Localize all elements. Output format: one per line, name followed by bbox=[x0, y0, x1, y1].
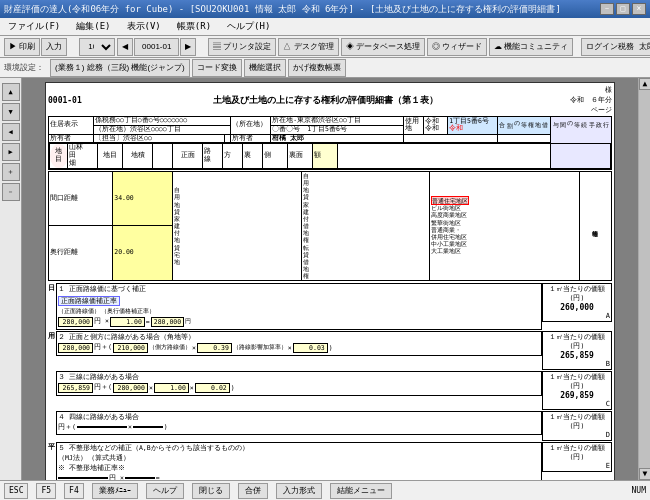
kino-menu-btn[interactable]: 結能メニュー bbox=[330, 483, 392, 499]
document-page: 0001-01 土地及び土地の上に存する権利の評価明細書（第１表） 様 令和 ６… bbox=[45, 82, 615, 480]
input-btn[interactable]: 入力 bbox=[41, 38, 67, 56]
zoom-select[interactable]: 100 bbox=[79, 38, 115, 56]
main-area: ▲ ▼ ◀ ▶ ＋ － 0001-01 土地及び土地の上に存する権利の評価明細書… bbox=[0, 78, 650, 480]
scroll-track[interactable] bbox=[639, 90, 650, 468]
section-3: ３ 三線に路線がある場合 265,859 円＋( 280,000 × 1.00 … bbox=[48, 371, 612, 410]
sb-plus[interactable]: ＋ bbox=[2, 163, 20, 181]
title-bar: 財産評価の達人(令和06年分 for Cube) - [SOU2OKU001 情… bbox=[0, 0, 650, 18]
menu-file[interactable]: ファイル(F) bbox=[4, 19, 64, 34]
help-status-btn[interactable]: ヘルプ bbox=[146, 483, 184, 499]
doc-title: 土地及び土地の上に存する権利の評価明細書（第１表） bbox=[213, 95, 438, 105]
menu-view[interactable]: 表示(V) bbox=[123, 19, 165, 34]
toolbar-main: ▶ 印刷 入力 100 ◀ ▶ ▤ プリンタ設定 △ デスク管理 ◈ データベー… bbox=[0, 36, 650, 58]
input-type-btn[interactable]: 入力形式 bbox=[276, 483, 322, 499]
close-btn[interactable]: × bbox=[632, 3, 646, 15]
scroll-up-btn[interactable]: ▲ bbox=[639, 78, 650, 90]
sb-right[interactable]: ▶ bbox=[2, 143, 20, 161]
sb-up[interactable]: ▲ bbox=[2, 83, 20, 101]
document-area[interactable]: 0001-01 土地及び土地の上に存する権利の評価明細書（第１表） 様 令和 ６… bbox=[22, 78, 638, 480]
printer-settings-btn[interactable]: ▤ プリンタ設定 bbox=[208, 38, 276, 56]
section-4: ４ 四線に路線がある場合 円＋( × ) １㎡当たりの価額(円) D bbox=[48, 411, 612, 441]
kino-btn[interactable]: 機能選択 bbox=[244, 59, 286, 77]
left-sidebar: ▲ ▼ ◀ ▶ ＋ － bbox=[0, 78, 22, 480]
merge-btn[interactable]: 合併 bbox=[238, 483, 268, 499]
title-buttons: － □ × bbox=[600, 3, 646, 15]
num-indicator: NUM bbox=[632, 486, 646, 495]
desk-btn[interactable]: △ デスク管理 bbox=[278, 38, 338, 56]
status-f4: F4 bbox=[64, 483, 84, 499]
section-1: 日 １ 正面路線価に基づく補正 正面路線価補正率 （正面路線価） （奥行価格補正… bbox=[48, 283, 612, 330]
menu-help[interactable]: ヘルプ(H) bbox=[223, 19, 274, 34]
close-status-btn[interactable]: 閉じる bbox=[192, 483, 230, 499]
sb-minus[interactable]: － bbox=[2, 183, 20, 201]
scroll-down-btn[interactable]: ▼ bbox=[639, 468, 650, 480]
maximize-btn[interactable]: □ bbox=[616, 3, 630, 15]
menu-report[interactable]: 帳票(R) bbox=[173, 19, 215, 34]
menu-bar: ファイル(F) 編集(E) 表示(V) 帳票(R) ヘルプ(H) bbox=[0, 18, 650, 36]
kage-btn[interactable]: かげ複数帳票 bbox=[288, 59, 346, 77]
minimize-btn[interactable]: － bbox=[600, 3, 614, 15]
print-btn[interactable]: ▶ 印刷 bbox=[4, 38, 40, 56]
address-table: 住居表示 係税務○○丁目○番○号○○○○○○○ （所在地） 所在地-東京都渋谷区… bbox=[48, 116, 612, 170]
gyomu-btn[interactable]: (業務１) 総務（三段) 機能(ジャンプ) bbox=[50, 59, 190, 77]
land-table: 間口距離 34.00 自用地貸家建付地貸宅地 自用地貸家建付借地権転貸借地権 普… bbox=[48, 171, 612, 281]
toolbar-env: 環境設定： (業務１) 総務（三段) 機能(ジャンプ) コード変換 機能選択 か… bbox=[0, 58, 650, 78]
doc-id: 0001-01 bbox=[48, 96, 82, 105]
prev-page-btn[interactable]: ◀ bbox=[117, 38, 133, 56]
scrollbar[interactable]: ▲ ▼ bbox=[638, 78, 650, 480]
community-btn[interactable]: ☁ 機能コミュニティ bbox=[489, 38, 573, 56]
status-bar: ESC F5 F4 業務ﾒﾆｭｰ ヘルプ 閉じる 合併 入力形式 結能メニュー … bbox=[0, 480, 650, 500]
section-5: 平 ５ 不整形地などの補正（A,Bからそのうち該当するものの） （MJ法） （算… bbox=[48, 442, 612, 480]
code-btn[interactable]: コード変換 bbox=[192, 59, 242, 77]
env-label: 環境設定： bbox=[4, 62, 44, 73]
section-2: 用 ２ 正面と側方に路線がある場合（角地等） 280,000 円＋( 210,0… bbox=[48, 331, 612, 370]
login-info: ログイン税務 太郎 bbox=[581, 38, 650, 56]
menu-edit[interactable]: 編集(E) bbox=[72, 19, 114, 34]
title-text: 財産評価の達人(令和06年分 for Cube) - [SOU2OKU001 情… bbox=[4, 3, 600, 16]
next-page-btn[interactable]: ▶ bbox=[180, 38, 196, 56]
sb-down[interactable]: ▼ bbox=[2, 103, 20, 121]
status-f5: F5 bbox=[36, 483, 56, 499]
doc-meta: 様 令和 ６年分 ページ bbox=[570, 85, 612, 115]
db-btn[interactable]: ◈ データベース処理 bbox=[341, 38, 425, 56]
status-esc: ESC bbox=[4, 483, 28, 499]
page-input[interactable] bbox=[134, 38, 179, 56]
wizard-btn[interactable]: ◎ ウィザード bbox=[427, 38, 487, 56]
sb-left[interactable]: ◀ bbox=[2, 123, 20, 141]
gyomu-menu-btn[interactable]: 業務ﾒﾆｭｰ bbox=[92, 483, 138, 499]
